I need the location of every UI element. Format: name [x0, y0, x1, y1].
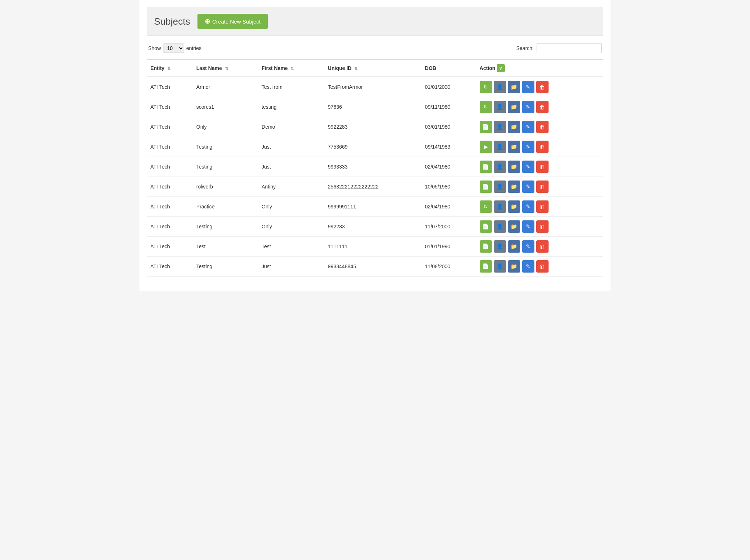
- action-btn-person[interactable]: 👤: [494, 200, 506, 213]
- action-btn-person[interactable]: 👤: [494, 240, 506, 253]
- plus-icon: ⊕: [205, 17, 210, 25]
- action-btn-folder[interactable]: 📁: [508, 220, 520, 233]
- action-btn1-doc[interactable]: 📄: [480, 161, 492, 173]
- action-btn-person[interactable]: 👤: [494, 81, 506, 93]
- action-btn-folder[interactable]: 📁: [508, 181, 520, 193]
- table-row: ATI Tech Testing Only 992233 11/07/2000 …: [147, 217, 603, 237]
- action-btn1-refresh[interactable]: ↻: [480, 81, 492, 93]
- action-btn-folder[interactable]: 📁: [508, 121, 520, 133]
- cell-last-name: rolwerb: [193, 177, 258, 197]
- cell-last-name: Testing: [193, 137, 258, 157]
- cell-unique-id: 9993333: [324, 157, 421, 177]
- action-btn-folder[interactable]: 📁: [508, 161, 520, 173]
- action-help-badge[interactable]: ?: [497, 64, 505, 72]
- action-btn-person[interactable]: 👤: [494, 260, 506, 273]
- show-label: Show: [148, 45, 161, 51]
- table-row: ATI Tech rolwerb Antiny 2563222122222222…: [147, 177, 603, 197]
- action-btn1-doc[interactable]: 📄: [480, 240, 492, 253]
- cell-first-name: Just: [258, 157, 324, 177]
- action-btn1-doc[interactable]: 📄: [480, 121, 492, 133]
- action-btn-folder[interactable]: 📁: [508, 141, 520, 153]
- header-bar: Subjects ⊕ Create New Subject: [147, 7, 603, 36]
- cell-unique-id: 1111111: [324, 237, 421, 257]
- action-btn-delete[interactable]: 🗑: [536, 220, 549, 233]
- action-btn-folder[interactable]: 📁: [508, 240, 520, 253]
- action-btn1-refresh[interactable]: ↻: [480, 200, 492, 213]
- cell-entity: ATI Tech: [147, 237, 193, 257]
- action-btn-edit[interactable]: ✎: [522, 121, 534, 133]
- cell-entity: ATI Tech: [147, 117, 193, 137]
- action-btn-person[interactable]: 👤: [494, 141, 506, 153]
- action-btn-person[interactable]: 👤: [494, 101, 506, 113]
- action-btn-delete[interactable]: 🗑: [536, 101, 549, 113]
- action-btn-edit[interactable]: ✎: [522, 181, 534, 193]
- first-name-sort-icon[interactable]: ⇅: [291, 66, 294, 71]
- col-entity: Entity ⇅: [147, 59, 193, 77]
- action-btn-edit[interactable]: ✎: [522, 220, 534, 233]
- action-btn-delete[interactable]: 🗑: [536, 121, 549, 133]
- action-btn-person[interactable]: 👤: [494, 121, 506, 133]
- action-btn-edit[interactable]: ✎: [522, 260, 534, 273]
- cell-first-name: testing: [258, 97, 324, 117]
- action-btn-edit[interactable]: ✎: [522, 141, 534, 153]
- unique-id-sort-icon[interactable]: ⇅: [354, 66, 358, 71]
- action-btn-edit[interactable]: ✎: [522, 240, 534, 253]
- table-header: Entity ⇅ Last Name ⇅ First Name ⇅ Unique…: [147, 59, 603, 77]
- action-btn-folder[interactable]: 📁: [508, 101, 520, 113]
- table-row: ATI Tech Testing Just 9993333 02/04/1980…: [147, 157, 603, 177]
- action-btn-delete[interactable]: 🗑: [536, 200, 549, 213]
- table-row: ATI Tech scores1 testing 97636 09/11/198…: [147, 97, 603, 117]
- action-btn-edit[interactable]: ✎: [522, 161, 534, 173]
- cell-last-name: Testing: [193, 217, 258, 237]
- action-btn-delete[interactable]: 🗑: [536, 240, 549, 253]
- action-btn1-doc[interactable]: 📄: [480, 181, 492, 193]
- action-btn-edit[interactable]: ✎: [522, 81, 534, 93]
- cell-dob: 01/01/1990: [421, 237, 476, 257]
- cell-action: ↻ 👤 📁 ✎ 🗑: [476, 197, 603, 217]
- action-btn-delete[interactable]: 🗑: [536, 81, 549, 93]
- cell-unique-id: 9933448845: [324, 257, 421, 277]
- action-btn1-doc[interactable]: 📄: [480, 220, 492, 233]
- action-btn1-doc[interactable]: 📄: [480, 260, 492, 273]
- entries-per-page-select[interactable]: 10 25 50 100: [163, 43, 184, 53]
- page-title: Subjects: [154, 16, 190, 27]
- action-btn-delete[interactable]: 🗑: [536, 181, 549, 193]
- col-unique-id: Unique ID ⇅: [324, 59, 421, 77]
- cell-last-name: Testing: [193, 257, 258, 277]
- entity-sort-icon[interactable]: ⇅: [167, 66, 171, 71]
- cell-entity: ATI Tech: [147, 77, 193, 97]
- action-buttons: 📄 👤 📁 ✎ 🗑: [480, 260, 600, 273]
- action-buttons: 📄 👤 📁 ✎ 🗑: [480, 240, 600, 253]
- action-btn-folder[interactable]: 📁: [508, 200, 520, 213]
- action-btn-folder[interactable]: 📁: [508, 81, 520, 93]
- cell-first-name: Antiny: [258, 177, 324, 197]
- action-btn-person[interactable]: 👤: [494, 220, 506, 233]
- controls-bar: Show 10 25 50 100 entries Search:: [147, 43, 603, 53]
- cell-dob: 02/04/1980: [421, 157, 476, 177]
- cell-entity: ATI Tech: [147, 137, 193, 157]
- cell-unique-id: 992233: [324, 217, 421, 237]
- cell-last-name: Armor: [193, 77, 258, 97]
- cell-action: 📄 👤 📁 ✎ 🗑: [476, 117, 603, 137]
- cell-last-name: Test: [193, 237, 258, 257]
- cell-action: 📄 👤 📁 ✎ 🗑: [476, 257, 603, 277]
- action-btn1-refresh[interactable]: ↻: [480, 101, 492, 113]
- action-btn-person[interactable]: 👤: [494, 161, 506, 173]
- cell-action: ↻ 👤 📁 ✎ 🗑: [476, 77, 603, 97]
- action-buttons: ↻ 👤 📁 ✎ 🗑: [480, 81, 600, 93]
- action-btn-delete[interactable]: 🗑: [536, 161, 549, 173]
- action-btn-folder[interactable]: 📁: [508, 260, 520, 273]
- action-btn-edit[interactable]: ✎: [522, 200, 534, 213]
- search-label: Search:: [516, 45, 534, 51]
- cell-unique-id: 9922283: [324, 117, 421, 137]
- action-buttons: ▶ 👤 📁 ✎ 🗑: [480, 141, 600, 153]
- action-btn-person[interactable]: 👤: [494, 181, 506, 193]
- cell-dob: 02/04/1980: [421, 197, 476, 217]
- action-btn-delete[interactable]: 🗑: [536, 260, 549, 273]
- action-btn-edit[interactable]: ✎: [522, 101, 534, 113]
- action-btn-delete[interactable]: 🗑: [536, 141, 549, 153]
- search-input[interactable]: [537, 43, 602, 53]
- create-new-subject-button[interactable]: ⊕ Create New Subject: [197, 14, 268, 29]
- action-btn1-play[interactable]: ▶: [480, 141, 492, 153]
- last-name-sort-icon[interactable]: ⇅: [225, 66, 228, 71]
